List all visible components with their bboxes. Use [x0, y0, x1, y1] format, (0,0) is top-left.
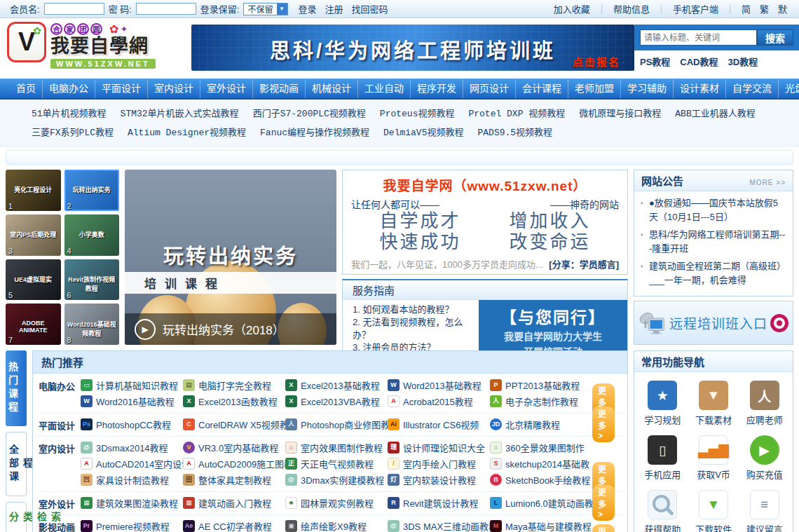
course-link[interactable]: 3DS MAX三维动画教程 — [403, 519, 490, 532]
hot-search-link[interactable]: 3D教程 — [728, 55, 758, 68]
subnav-link[interactable]: ABB工业机器人教程 — [675, 109, 755, 119]
nav-item[interactable]: 影视动画 — [252, 79, 305, 98]
more-button[interactable]: 更多> — [592, 407, 615, 442]
site-logo[interactable]: V ✿ 合家团圆✿✦ 我要自學網 WWW.51ZXW.NET — [0, 18, 191, 79]
nav-item[interactable]: 自学交流 — [725, 79, 778, 98]
subnav-link[interactable]: Protel DXP 视频教程 — [468, 109, 565, 119]
notice-item[interactable]: 建筑动画全程班第二期（高级班）___一年一期，机会难得 — [641, 259, 786, 287]
course-category-label[interactable]: 电脑办公 — [39, 377, 81, 409]
banner-cta[interactable]: 点击报名 — [573, 54, 620, 69]
subnav-link[interactable]: 西门子S7-200PLC视频教程 — [253, 109, 366, 119]
training-banner[interactable]: 思科/华为网络工程师培训班 点击报名 — [191, 25, 634, 71]
subnav-link[interactable]: 微机原理与接口教程 — [579, 109, 661, 119]
nav-item[interactable]: 老师加盟 — [568, 79, 620, 98]
video-thumbnail[interactable]: Revit族制作视频教程6 — [64, 259, 120, 301]
sidebar-tab-hot[interactable]: 热门课程 — [6, 350, 27, 426]
video-thumbnail[interactable]: UE4虚拟现实5 — [6, 259, 61, 301]
search-button[interactable]: 搜索 — [757, 29, 793, 46]
function-nav-item[interactable]: ▼下载素材 — [688, 381, 739, 426]
course-link[interactable]: Premiere视频教程 — [96, 519, 170, 532]
course-link[interactable]: Acrobat2015教程 — [403, 395, 473, 408]
function-nav-item[interactable]: ▯手机应用 — [637, 435, 688, 481]
course-link[interactable]: 北京精雕教程 — [505, 418, 560, 431]
course-link[interactable]: VR3.0室内基础教程 — [198, 441, 278, 454]
course-link[interactable]: 天正电气视频教程 — [301, 457, 374, 470]
function-nav-item[interactable]: ▶购买充值 — [739, 435, 790, 481]
course-category-label[interactable]: 室内设计 — [39, 439, 81, 488]
course-link[interactable]: AutoCAD2014室内设计 — [96, 457, 183, 470]
video-player[interactable]: 玩转出纳实务 培训课程 ▶ 玩转出纳实务（2018） — [125, 170, 336, 345]
topbar-link[interactable]: 加入收藏 — [554, 2, 590, 15]
course-link[interactable]: 3Dmax实例建模教程 — [301, 473, 384, 486]
video-thumbnail[interactable]: Word2016基础视频教程8 — [64, 303, 120, 345]
course-category-label[interactable]: 影视动画 — [39, 518, 81, 532]
course-link[interactable]: CorelDRAW X5视频教 — [198, 418, 285, 431]
course-link[interactable]: 计算机基础知识教程 — [96, 378, 178, 392]
video-thumbnail[interactable]: 小学奥数4 — [64, 214, 120, 256]
course-link[interactable]: 3Dsmax2014教程 — [96, 441, 168, 454]
course-link[interactable]: PPT2013基础教程 — [505, 378, 580, 392]
course-link[interactable]: Photoshop商业修图教 — [301, 418, 388, 431]
subnav-link[interactable]: Altium Designer视频教程 — [128, 128, 246, 138]
course-link[interactable]: 建筑效果图渲染教程 — [96, 496, 178, 510]
subnav-link[interactable]: PADS9.5视频教程 — [477, 128, 552, 138]
video-thumbnail[interactable]: 亮化工程设计1 — [6, 170, 61, 211]
course-link[interactable]: 电脑打字完全教程 — [198, 378, 271, 392]
sidebar-tab-category[interactable]: 分类检索 — [6, 502, 27, 532]
nav-item[interactable]: 网页设计 — [463, 79, 515, 98]
video-thumbnail[interactable]: 室内PS后期处理3 — [6, 214, 61, 256]
lang-link[interactable]: 繁 — [760, 2, 769, 15]
course-link[interactable]: 园林景观实例教程 — [301, 496, 374, 510]
course-link[interactable]: AutoCAD2009施工图教 — [198, 457, 285, 470]
testimonials-link[interactable]: [分享：学员感言] — [549, 257, 619, 271]
nav-item[interactable]: 室内设计 — [147, 79, 200, 98]
subnav-link[interactable]: STM32单片机嵌入式实战教程 — [121, 109, 239, 119]
notice-item[interactable]: ●放假通知——国庆节本站放假5天（10月1日---5日） — [641, 196, 786, 224]
course-link[interactable]: Excel2013基础教程 — [301, 378, 380, 392]
function-nav-item[interactable]: 获得帮助 — [637, 490, 688, 532]
nav-item[interactable]: 平面设计 — [95, 79, 147, 98]
course-link[interactable]: Excel2013函数教程 — [198, 395, 278, 408]
nav-item[interactable]: 光盘购买 — [778, 79, 799, 98]
notice-item[interactable]: 思科/华为网络工程师培训第五期---隆重开班 — [641, 228, 786, 256]
course-link[interactable]: 360全景效果图制作 — [505, 441, 585, 454]
course-link[interactable]: 电子杂志制作教程 — [505, 395, 578, 408]
course-link[interactable]: 整体家具定制教程 — [198, 473, 271, 486]
course-link[interactable]: AE CC初学者教程 — [198, 519, 272, 532]
course-category-label[interactable]: 平面设计 — [39, 416, 81, 432]
course-link[interactable]: PhotoshopCC教程 — [96, 418, 171, 431]
course-link[interactable]: 家具设计制造教程 — [96, 473, 169, 486]
register-link[interactable]: 注册 — [325, 2, 343, 15]
notice-more-link[interactable]: MORE >> — [750, 179, 786, 186]
password-input[interactable] — [136, 3, 196, 15]
video-thumbnail[interactable]: ADOBE ANIMATE7 — [6, 303, 61, 345]
function-nav-item[interactable]: ★学习规划 — [637, 381, 688, 426]
member-name-input[interactable] — [44, 3, 104, 15]
course-link[interactable]: 室内软装设计教程 — [403, 473, 476, 486]
course-link[interactable]: SketchBook手绘教程 — [505, 473, 590, 486]
nav-item[interactable]: 会计课程 — [515, 79, 568, 98]
topbar-link[interactable]: 手机客户端 — [673, 2, 718, 15]
nav-item[interactable]: 设计素材 — [673, 79, 725, 98]
course-link[interactable]: 设计师理论知识大全 — [403, 441, 485, 454]
function-nav-item[interactable]: ≡建议留言 — [739, 490, 790, 532]
course-category-label[interactable]: 室外设计 — [39, 495, 81, 511]
forgot-password-link[interactable]: 找回密码 — [352, 2, 388, 15]
course-link[interactable]: Excel2013VBA教程 — [301, 395, 380, 408]
function-nav-item[interactable]: 人应聘老师 — [739, 381, 790, 426]
nav-item[interactable]: 室外设计 — [200, 79, 252, 98]
course-link[interactable]: Word2016基础教程 — [96, 395, 175, 408]
course-link[interactable]: Lumion6.0建筑动画教 — [505, 496, 592, 510]
search-input[interactable] — [640, 29, 757, 46]
remote-training-entry[interactable]: 远程培训班入口 — [634, 301, 793, 345]
login-link[interactable]: 登录 — [299, 2, 317, 15]
service-guide-item[interactable]: 2. 无法看到视频教程，怎么办？ — [353, 316, 469, 341]
subnav-link[interactable]: DelmiaV5视频教程 — [383, 128, 463, 138]
nav-item[interactable]: 电脑办公 — [42, 79, 95, 98]
course-link[interactable]: 室内手绘入门教程 — [403, 457, 476, 470]
subnav-link[interactable]: 51单片机视频教程 — [32, 109, 107, 119]
subnav-link[interactable]: 三菱FX系列PLC教程 — [32, 128, 114, 138]
course-link[interactable]: sketchup2014基础教 — [505, 457, 589, 470]
course-link[interactable]: Illustrator CS6视频 — [403, 418, 479, 431]
function-nav-item[interactable]: ▃▅▇获取V币 — [688, 435, 739, 481]
